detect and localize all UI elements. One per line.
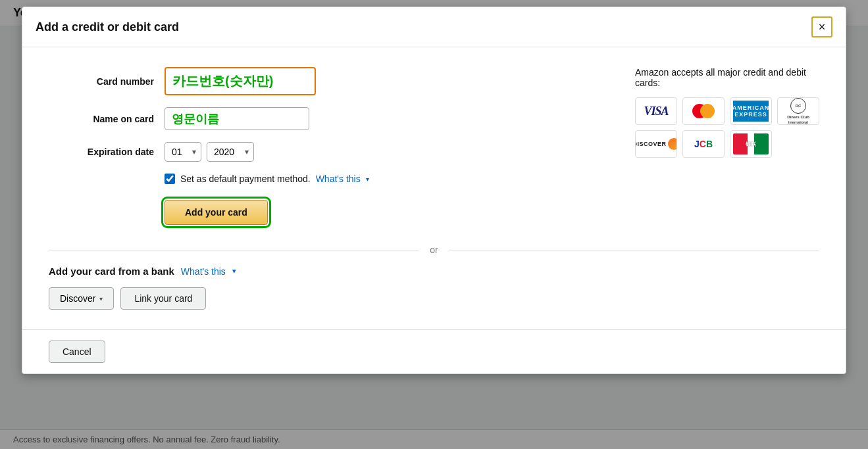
jcb-icon: J C B bbox=[694, 139, 713, 149]
modal-body: Card number 카드번호(숫자만) Name on card Expir… bbox=[22, 47, 846, 245]
add-card-modal: Add a credit or debit card × Card number… bbox=[22, 7, 846, 374]
bank-section: Add your card from a bank What's this ▾ … bbox=[22, 266, 846, 310]
month-select[interactable]: 01020304 05060708 09101112 bbox=[165, 142, 201, 162]
name-on-card-label: Name on card bbox=[49, 114, 154, 124]
name-on-card-row: Name on card bbox=[49, 107, 596, 130]
unionpay-logo: 银联 bbox=[730, 130, 772, 158]
divider-left-line bbox=[49, 250, 419, 250]
default-payment-row: Set as default payment method. What's th… bbox=[165, 174, 596, 184]
discover-card-logo: DISCOVER bbox=[635, 130, 677, 158]
form-section: Card number 카드번호(숫자만) Name on card Expir… bbox=[49, 67, 596, 225]
card-logos-grid: VISA AMERICAN EXPRESS bbox=[635, 97, 819, 158]
divider-right-line bbox=[449, 250, 819, 250]
mastercard-logo bbox=[682, 97, 725, 125]
add-card-button[interactable]: Add your card bbox=[165, 200, 268, 225]
month-select-wrapper: 01020304 05060708 09101112 bbox=[165, 142, 201, 162]
expiry-label: Expiration date bbox=[49, 147, 154, 157]
amex-icon: AMERICAN EXPRESS bbox=[733, 101, 769, 122]
cards-info-title: Amazon accepts all major credit and debi… bbox=[635, 67, 819, 88]
year-select[interactable]: 2020202120222023 2024202520262027 202820… bbox=[207, 142, 254, 162]
jcb-logo: J C B bbox=[682, 130, 725, 158]
add-card-button-wrapper: Add your card bbox=[165, 200, 596, 225]
bank-title-row: Add your card from a bank What's this ▾ bbox=[49, 266, 819, 277]
divider-text: or bbox=[419, 245, 448, 255]
modal-overlay: Add a credit or debit card × Card number… bbox=[0, 0, 868, 449]
discover-icon: DISCOVER bbox=[635, 138, 677, 150]
expiry-fields: 01020304 05060708 09101112 2020202120222… bbox=[165, 142, 254, 162]
card-number-label: Card number bbox=[49, 76, 154, 87]
bank-whats-this-link[interactable]: What's this bbox=[181, 266, 226, 277]
close-button[interactable]: × bbox=[811, 16, 832, 37]
discover-chevron-icon: ▾ bbox=[99, 295, 103, 302]
bank-whats-this-chevron: ▾ bbox=[232, 267, 236, 275]
modal-footer: Cancel bbox=[22, 329, 846, 373]
modal-header: Add a credit or debit card × bbox=[22, 7, 846, 47]
checkbox-whats-this-link[interactable]: What's this bbox=[316, 174, 361, 184]
cancel-button[interactable]: Cancel bbox=[49, 341, 105, 363]
mastercard-icon bbox=[692, 104, 715, 118]
link-card-button[interactable]: Link your card bbox=[120, 287, 206, 310]
default-payment-label: Set as default payment method. bbox=[180, 174, 311, 184]
unionpay-icon: 银联 bbox=[746, 141, 756, 148]
modal-title: Add a credit or debit card bbox=[36, 20, 179, 34]
discover-bank-button[interactable]: Discover ▾ bbox=[49, 287, 114, 310]
diners-icon: DC Diners Club International bbox=[787, 98, 809, 124]
discover-bank-label: Discover bbox=[60, 293, 95, 304]
card-number-row: Card number 카드번호(숫자만) bbox=[49, 67, 596, 95]
card-number-input[interactable]: 카드번호(숫자만) bbox=[165, 67, 316, 95]
year-select-wrapper: 2020202120222023 2024202520262027 202820… bbox=[207, 142, 254, 162]
bank-section-title: Add your card from a bank bbox=[49, 266, 174, 277]
diners-logo: DC Diners Club International bbox=[777, 97, 819, 125]
visa-icon: VISA bbox=[644, 105, 669, 118]
amex-logo: AMERICAN EXPRESS bbox=[730, 97, 772, 125]
whats-this-chevron: ▾ bbox=[366, 176, 369, 183]
default-payment-checkbox[interactable] bbox=[165, 174, 175, 184]
visa-logo: VISA bbox=[635, 97, 677, 125]
bank-buttons-row: Discover ▾ Link your card bbox=[49, 287, 819, 310]
divider: or bbox=[22, 245, 846, 255]
name-on-card-input[interactable] bbox=[165, 107, 309, 130]
expiry-row: Expiration date 01020304 05060708 091011… bbox=[49, 142, 596, 162]
cards-info-section: Amazon accepts all major credit and debi… bbox=[635, 67, 819, 225]
